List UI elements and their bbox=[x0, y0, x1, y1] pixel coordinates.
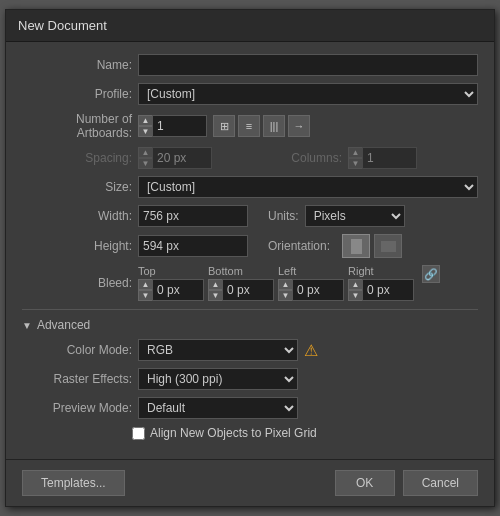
orientation-label: Orientation: bbox=[268, 239, 330, 253]
title-bar: New Document bbox=[6, 10, 494, 42]
bleed-bottom-stepper: ▲ ▼ bbox=[208, 279, 222, 301]
dialog-title: New Document bbox=[18, 18, 107, 33]
columns-stepper: ▲ ▼ bbox=[348, 147, 417, 169]
height-label: Height: bbox=[22, 239, 132, 253]
col-layout-icon[interactable]: ||| bbox=[263, 115, 285, 137]
collapse-triangle-icon: ▼ bbox=[22, 320, 32, 331]
bleed-bottom-inner: ▲ ▼ bbox=[208, 279, 274, 301]
profile-label: Profile: bbox=[22, 87, 132, 101]
width-row: Width: Units: Pixels Inches Millimeters bbox=[22, 205, 478, 227]
bleed-top-inner: ▲ ▼ bbox=[138, 279, 204, 301]
bleed-left-down[interactable]: ▼ bbox=[278, 290, 292, 301]
color-mode-row: Color Mode: RGB CMYK ⚠ bbox=[22, 339, 478, 361]
units-select[interactable]: Pixels Inches Millimeters bbox=[305, 205, 405, 227]
spacing-stepper-btns: ▲ ▼ bbox=[138, 147, 152, 169]
cancel-button[interactable]: Cancel bbox=[403, 470, 478, 496]
spacing-row: Spacing: ▲ ▼ Columns: ▲ ▼ bbox=[22, 147, 478, 169]
height-input[interactable] bbox=[138, 235, 248, 257]
bleed-label: Bleed: bbox=[22, 276, 132, 290]
preview-mode-row: Preview Mode: Default Pixel Overprint bbox=[22, 397, 478, 419]
portrait-btn[interactable] bbox=[342, 234, 370, 258]
columns-input[interactable] bbox=[362, 147, 417, 169]
right-buttons: OK Cancel bbox=[335, 470, 478, 496]
warning-icon: ⚠ bbox=[304, 341, 318, 360]
raster-effects-label: Raster Effects: bbox=[22, 372, 132, 386]
bleed-top-input[interactable] bbox=[152, 279, 204, 301]
portrait-icon bbox=[351, 239, 362, 254]
artboards-input[interactable] bbox=[152, 115, 207, 137]
footer: Templates... OK Cancel bbox=[6, 459, 494, 506]
color-mode-label: Color Mode: bbox=[22, 343, 132, 357]
bleed-top-up[interactable]: ▲ bbox=[138, 279, 152, 290]
advanced-label: Advanced bbox=[37, 318, 90, 332]
bleed-top-label: Top bbox=[138, 265, 156, 277]
spacing-label: Spacing: bbox=[22, 151, 132, 165]
artboards-stepper-btns: ▲ ▼ bbox=[138, 115, 152, 137]
columns-label: Columns: bbox=[232, 151, 342, 165]
bleed-bottom-label: Bottom bbox=[208, 265, 243, 277]
bleed-right-stepper: ▲ ▼ bbox=[348, 279, 362, 301]
profile-row: Profile: [Custom] Web Print bbox=[22, 83, 478, 105]
form-content: Name: Untitled-2 Profile: [Custom] Web P… bbox=[6, 42, 494, 459]
color-mode-select[interactable]: RGB CMYK bbox=[138, 339, 298, 361]
name-label: Name: bbox=[22, 58, 132, 72]
landscape-icon bbox=[381, 241, 396, 252]
size-row: Size: [Custom] Letter A4 bbox=[22, 176, 478, 198]
artboards-stepper: ▲ ▼ bbox=[138, 115, 207, 137]
bleed-left-up[interactable]: ▲ bbox=[278, 279, 292, 290]
bleed-right-input[interactable] bbox=[362, 279, 414, 301]
spacing-input[interactable] bbox=[152, 147, 212, 169]
columns-up-btn[interactable]: ▲ bbox=[348, 147, 362, 158]
spacing-down-btn[interactable]: ▼ bbox=[138, 158, 152, 169]
size-select[interactable]: [Custom] Letter A4 bbox=[138, 176, 478, 198]
width-label: Width: bbox=[22, 209, 132, 223]
name-input[interactable]: Untitled-2 bbox=[138, 54, 478, 76]
bleed-link-icon[interactable]: 🔗 bbox=[422, 265, 440, 283]
columns-stepper-btns: ▲ ▼ bbox=[348, 147, 362, 169]
preview-mode-select[interactable]: Default Pixel Overprint bbox=[138, 397, 298, 419]
bleed-right-up[interactable]: ▲ bbox=[348, 279, 362, 290]
raster-effects-row: Raster Effects: High (300 ppi) Medium (1… bbox=[22, 368, 478, 390]
advanced-section: ▼ Advanced Color Mode: RGB CMYK ⚠ Raster… bbox=[22, 318, 478, 440]
bleed-left-stepper: ▲ ▼ bbox=[278, 279, 292, 301]
ok-button[interactable]: OK bbox=[335, 470, 395, 496]
templates-button[interactable]: Templates... bbox=[22, 470, 125, 496]
advanced-header[interactable]: ▼ Advanced bbox=[22, 318, 478, 332]
bleed-left-inner: ▲ ▼ bbox=[278, 279, 344, 301]
bleed-bottom-input[interactable] bbox=[222, 279, 274, 301]
pixel-grid-label: Align New Objects to Pixel Grid bbox=[150, 426, 317, 440]
bleed-section: Bleed: Top ▲ ▼ Bottom bbox=[22, 265, 478, 301]
spacing-up-btn[interactable]: ▲ bbox=[138, 147, 152, 158]
columns-down-btn[interactable]: ▼ bbox=[348, 158, 362, 169]
bleed-left-field: Left ▲ ▼ bbox=[278, 265, 344, 301]
bleed-top-field: Top ▲ ▼ bbox=[138, 265, 204, 301]
pixel-grid-row: Align New Objects to Pixel Grid bbox=[132, 426, 478, 440]
new-document-dialog: New Document Name: Untitled-2 Profile: [… bbox=[5, 9, 495, 507]
profile-select[interactable]: [Custom] Web Print bbox=[138, 83, 478, 105]
grid-layout-icon[interactable]: ⊞ bbox=[213, 115, 235, 137]
row-layout-icon[interactable]: ≡ bbox=[238, 115, 260, 137]
bleed-fields: Top ▲ ▼ Bottom ▲ ▼ bbox=[138, 265, 478, 301]
artboards-label: Number of Artboards: bbox=[22, 112, 132, 140]
bleed-top-down[interactable]: ▼ bbox=[138, 290, 152, 301]
bleed-bottom-field: Bottom ▲ ▼ bbox=[208, 265, 274, 301]
bleed-bottom-down[interactable]: ▼ bbox=[208, 290, 222, 301]
bleed-right-field: Right ▲ ▼ bbox=[348, 265, 414, 301]
bleed-right-down[interactable]: ▼ bbox=[348, 290, 362, 301]
artboards-up-btn[interactable]: ▲ bbox=[138, 115, 152, 126]
preview-mode-label: Preview Mode: bbox=[22, 401, 132, 415]
artboards-down-btn[interactable]: ▼ bbox=[138, 126, 152, 137]
bleed-right-inner: ▲ ▼ bbox=[348, 279, 414, 301]
artboards-row: Number of Artboards: ▲ ▼ ⊞ ≡ ||| → bbox=[22, 112, 478, 140]
bleed-bottom-up[interactable]: ▲ bbox=[208, 279, 222, 290]
landscape-btn[interactable] bbox=[374, 234, 402, 258]
arrow-right-icon[interactable]: → bbox=[288, 115, 310, 137]
bleed-left-input[interactable] bbox=[292, 279, 344, 301]
spacing-stepper: ▲ ▼ bbox=[138, 147, 212, 169]
bleed-top-stepper: ▲ ▼ bbox=[138, 279, 152, 301]
pixel-grid-checkbox[interactable] bbox=[132, 427, 145, 440]
raster-effects-select[interactable]: High (300 ppi) Medium (150 ppi) Low (72 … bbox=[138, 368, 298, 390]
width-input[interactable] bbox=[138, 205, 248, 227]
name-row: Name: Untitled-2 bbox=[22, 54, 478, 76]
orientation-icons bbox=[342, 234, 402, 258]
